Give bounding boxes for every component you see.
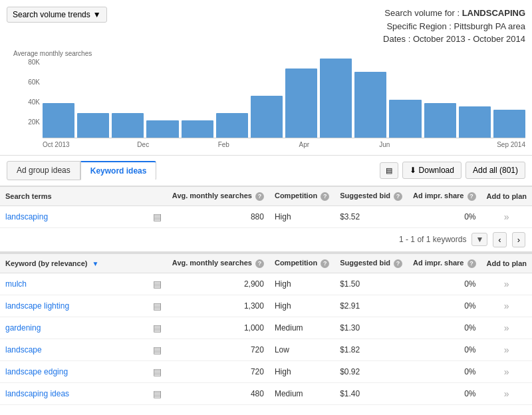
kw-impr-cell: 0% [408, 273, 481, 295]
kw-trend-cell: ▤ [148, 273, 167, 295]
kw-trend-icon[interactable]: ▤ [153, 279, 162, 289]
trend-cell: ▤ [148, 206, 167, 227]
kw-trend-icon[interactable]: ▤ [153, 366, 162, 377]
chart-header: Search volume trends ▼ Search volume for… [7, 7, 525, 46]
kw-avg-cell: 1,300 [167, 295, 269, 317]
chart-dropdown-label: Search volume trends [13, 10, 90, 19]
kw-impr-cell: 0% [408, 360, 481, 382]
kw-competition-cell: High [269, 273, 334, 295]
keyword-ideas-table-section: Keyword (by relevance) ▼ Avg. monthly se… [0, 252, 532, 405]
pagination-search-terms: 1 - 1 of 1 keywords ▼ ‹ › [0, 228, 532, 252]
tab-ad-group[interactable]: Ad group ideas [7, 161, 80, 180]
kw-keyword-cell: landscape edging [0, 360, 148, 382]
th-search-terms: Search terms [0, 186, 148, 206]
th-impr: Ad impr. share ? [408, 186, 481, 206]
search-terms-table: Search terms Avg. monthly searches ? Com… [0, 186, 532, 228]
bar [493, 110, 525, 137]
tabs-right: ▤ ⬇ Download Add all (801) [380, 162, 525, 179]
add-all-button[interactable]: Add all (801) [466, 162, 525, 179]
kw-add-cell: » [481, 295, 533, 317]
table-row: landscape edging ▤ 720 High $0.92 0% » [0, 360, 532, 382]
kw-add-cell: » [481, 339, 533, 360]
kw-trend-icon[interactable]: ▤ [153, 345, 162, 355]
kw-add-icon[interactable]: » [504, 279, 509, 289]
bar [77, 113, 109, 137]
sort-icon[interactable]: ▼ [92, 260, 99, 267]
kw-trend-cell: ▤ [148, 295, 167, 317]
search-terms-tbody: landscaping ▤ 880 High $3.52 0% » [0, 206, 532, 227]
kw-add-icon[interactable]: » [504, 301, 509, 311]
th-kw-impr: Ad impr. share ? [408, 253, 481, 273]
pagination-prev[interactable]: ‹ [493, 232, 506, 247]
kw-keyword-link[interactable]: gardening [5, 323, 41, 333]
tabs-left: Ad group ideas Keyword ideas [7, 161, 156, 180]
kw-keyword-link[interactable]: mulch [5, 279, 27, 289]
kw-add-icon[interactable]: » [504, 388, 509, 399]
kw-trend-icon[interactable]: ▤ [153, 301, 162, 311]
bar [43, 103, 74, 138]
avg-help-icon[interactable]: ? [255, 192, 264, 201]
pagination-dropdown-icon[interactable]: ▼ [471, 233, 487, 246]
chart-title: Search volume for : LANDSCAPING Specific… [383, 7, 525, 46]
keyword-ideas-header: Keyword (by relevance) ▼ Avg. monthly se… [0, 253, 532, 273]
avg-cell: 880 [167, 206, 269, 227]
table-row: landscaping ideas ▤ 480 Medium $1.40 0% … [0, 382, 532, 404]
kw-bid-cell: $1.40 [334, 382, 408, 404]
kw-trend-icon[interactable]: ▤ [153, 388, 162, 399]
table-row: mulch ▤ 2,900 High $1.50 0% » [0, 273, 532, 295]
kw-avg-cell: 1,000 [167, 317, 269, 339]
kw-competition-cell: High [269, 360, 334, 382]
kw-trend-cell: ▤ [148, 317, 167, 339]
keyword-ideas-table: Keyword (by relevance) ▼ Avg. monthly se… [0, 253, 532, 405]
th-kw-add: Add to plan [481, 253, 533, 273]
kw-bid-cell: $1.50 [334, 273, 408, 295]
table-row: landscaping ▤ 880 High $3.52 0% » [0, 206, 532, 227]
add-icon[interactable]: » [504, 211, 509, 222]
x-axis-labels: Oct 2013 Dec Feb Apr Jun Sep 2014 [43, 141, 525, 148]
kw-comp-help-icon[interactable]: ? [321, 259, 329, 268]
impr-help-icon[interactable]: ? [467, 192, 476, 201]
chart-dropdown[interactable]: Search volume trends ▼ [7, 7, 107, 23]
th-avg: Avg. monthly searches ? [167, 186, 269, 206]
bid-help-icon[interactable]: ? [394, 192, 402, 201]
y-axis-title: Average monthly searches [13, 50, 525, 57]
chart-view-button[interactable]: ▤ [380, 162, 398, 179]
kw-bid-cell: $2.91 [334, 295, 408, 317]
kw-competition-cell: Medium [269, 317, 334, 339]
impr-cell: 0% [408, 206, 481, 227]
th-competition: Competition ? [269, 186, 334, 206]
add-cell: » [481, 206, 533, 227]
tab-keyword-ideas[interactable]: Keyword ideas [80, 161, 157, 180]
kw-add-icon[interactable]: » [504, 345, 509, 355]
download-button[interactable]: ⬇ Download [402, 162, 462, 179]
kw-keyword-link[interactable]: landscape [5, 345, 42, 354]
kw-keyword-link[interactable]: landscape lighting [5, 301, 69, 311]
kw-keyword-link[interactable]: landscape edging [5, 367, 68, 376]
competition-help-icon[interactable]: ? [321, 192, 329, 201]
bid-cell: $3.52 [334, 206, 408, 227]
kw-trend-cell: ▤ [148, 360, 167, 382]
kw-keyword-link[interactable]: landscaping ideas [5, 389, 69, 398]
chevron-down-icon: ▼ [93, 10, 101, 19]
kw-add-icon[interactable]: » [504, 366, 509, 377]
bar [182, 120, 213, 138]
kw-avg-help-icon[interactable]: ? [255, 259, 264, 268]
kw-trend-cell: ▤ [148, 339, 167, 360]
pagination-next[interactable]: › [512, 232, 525, 247]
kw-add-cell: » [481, 273, 533, 295]
kw-add-icon[interactable]: » [504, 323, 509, 333]
th-keyword: Keyword (by relevance) ▼ [0, 253, 148, 273]
kw-add-cell: » [481, 317, 533, 339]
kw-bid-cell: $1.82 [334, 339, 408, 360]
kw-avg-cell: 720 [167, 360, 269, 382]
kw-trend-icon[interactable]: ▤ [153, 323, 162, 333]
kw-impr-help-icon[interactable]: ? [467, 259, 476, 268]
kw-bid-help-icon[interactable]: ? [394, 259, 402, 268]
pagination-text: 1 - 1 of 1 keywords [399, 235, 466, 244]
th-kw-comp: Competition ? [269, 253, 334, 273]
trend-icon[interactable]: ▤ [153, 211, 162, 222]
download-icon: ⬇ [410, 166, 416, 175]
kw-competition-cell: Low [269, 339, 334, 360]
bar [424, 103, 456, 138]
keyword-link[interactable]: landscaping [5, 212, 48, 221]
